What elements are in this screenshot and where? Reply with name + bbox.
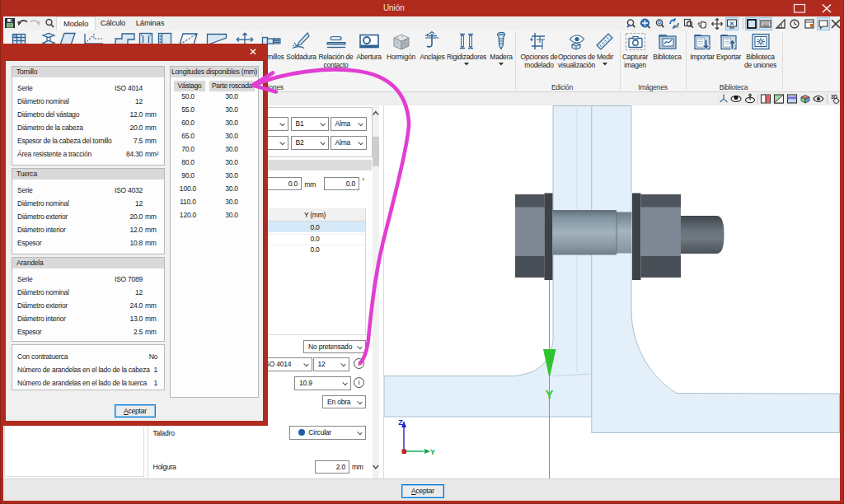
svg-text:Y: Y: [430, 448, 435, 456]
svg-text:Y: Y: [545, 387, 553, 401]
svg-text:Z: Z: [398, 418, 403, 427]
